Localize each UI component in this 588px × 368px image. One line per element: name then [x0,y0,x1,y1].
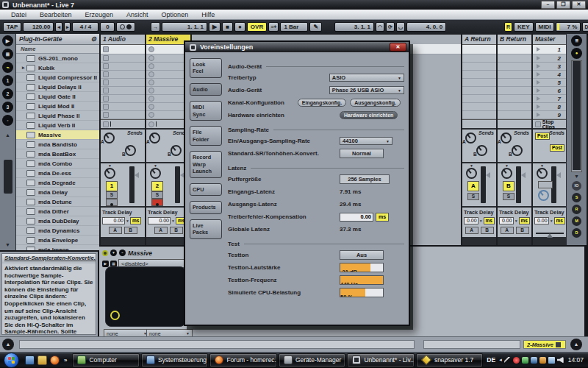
send-b-knob[interactable]: B [476,145,487,156]
overview-icon[interactable]: ≣ [571,35,582,46]
start-button[interactable] [4,353,19,368]
driver-error-comp-unit[interactable]: ms [376,213,389,222]
crossfade-b-button[interactable]: B [170,227,183,234]
delay-value[interactable]: 0.00 [148,217,171,224]
solo-button[interactable]: S [106,191,118,199]
crossfade-b-button[interactable]: B [124,227,137,234]
session-scrollbar[interactable] [571,60,582,172]
dialog-close-button[interactable]: ✕ [390,43,406,52]
loop-length-display[interactable]: 4. 0. 0 [406,22,446,32]
device-play-icon[interactable]: ▶ [102,261,109,267]
browser-item[interactable]: Liquid Verb II [16,121,99,130]
scene-launch-icon[interactable] [537,105,540,109]
menu-item[interactable]: Erzeugen [79,11,121,18]
tab-midi-sync[interactable]: MIDI Sync [190,101,222,121]
groove-amount[interactable]: 0 [100,22,115,32]
browser-item[interactable]: mda Detune [16,197,99,207]
scene-launch-icon[interactable] [537,113,540,117]
dialog-title-bar[interactable]: Voreinstellungen ✕ [185,42,409,52]
volume-fader[interactable] [516,166,521,203]
scene-launch-icon[interactable] [537,72,540,77]
browser-item[interactable]: mda BeatBox [16,149,99,159]
browser-item[interactable]: mda DubDelay [16,216,99,226]
tray-messenger-icon[interactable] [531,357,537,364]
io-show-icon[interactable]: ● [571,48,582,59]
solo-cue-toggle[interactable] [538,181,553,188]
browser-item[interactable]: mda Dynamics [16,226,99,236]
taskbar-button-device-manager[interactable]: Geräte-Manager [279,353,345,367]
scene-launch-icon[interactable] [537,56,540,60]
tab-look-feel[interactable]: Look Feel [190,58,222,78]
track-activator[interactable]: 1 [106,181,118,191]
delay-unit[interactable]: ms [484,217,495,224]
delay-value[interactable]: 0.00 [534,217,549,224]
sr-conversion-button[interactable]: Normal [340,149,384,158]
taskbar-button-computer[interactable]: Computer [72,353,139,367]
firefox-icon[interactable] [50,355,60,365]
scene-row[interactable]: 8 [533,103,567,111]
volume-fader[interactable] [481,166,486,203]
show-detail-toggle[interactable]: ▲ [570,339,582,350]
device-title[interactable]: Massive [128,250,152,257]
clip-slot[interactable] [101,71,145,79]
browser-item[interactable]: mda Dither [16,207,99,216]
maximize-button[interactable]: ❐ [556,1,570,9]
browser-scroll-down-icon[interactable]: ▼ [5,242,10,247]
hardware-setup-button[interactable]: Hardware einrichten [340,111,398,119]
browser-item[interactable]: mda Envelope [16,236,99,245]
tab-record-warp-launch[interactable]: Record Warp Launch [190,151,222,177]
close-button[interactable]: ✕ [572,1,586,9]
return-a-header[interactable]: A Return [462,35,496,45]
send-a-knob[interactable]: A [465,132,476,144]
scene-row[interactable]: 5 [533,79,567,87]
scene-row[interactable]: 1 [533,45,567,54]
buffer-size-control[interactable]: 256 Samples [340,174,390,184]
minimize-button[interactable]: – [541,1,555,9]
send-b-knob[interactable]: B [171,145,182,156]
tab-cpu[interactable]: CPU [190,183,222,196]
clip-slot[interactable] [101,63,145,71]
xy-pad-handle[interactable] [110,311,120,320]
scene-launch-icon[interactable] [537,96,540,101]
tab-products[interactable]: Products [190,201,222,213]
send-a-knob[interactable]: A [149,132,160,144]
tray-expand-icon[interactable]: ◂ [499,357,502,363]
folder-icon[interactable] [37,355,47,365]
automation-arm-button[interactable]: ≡+ [268,22,279,32]
menu-item[interactable]: Ansicht [120,11,155,18]
menu-item[interactable]: Hilfe [195,11,221,18]
test-tone-volume-slider[interactable]: -21 dB [340,263,384,272]
crossfade-a-button[interactable]: A [465,227,478,234]
tray-update-icon[interactable] [522,357,528,364]
tray-security-icon[interactable] [513,357,520,364]
view-toggle[interactable]: D [572,228,581,238]
crossfade-b-button[interactable]: B [481,227,494,234]
tempo-display[interactable]: 120.00 [23,22,54,32]
browser-item[interactable]: mda De-ess [16,169,99,178]
device-xy-pad[interactable] [105,266,186,327]
driver-error-comp-input[interactable]: 0.00 [340,213,373,222]
output-config-button[interactable]: Ausgangskonfig. [350,99,401,107]
clip-slot[interactable] [101,79,145,87]
browser-item[interactable]: mda Image [16,245,99,250]
time-signature[interactable]: 4 / 4 [72,22,98,32]
scene-row[interactable]: 3 [533,63,567,71]
tab-file-folder[interactable]: File Folder [190,126,222,146]
live-devices-browser-icon[interactable]: ▶ [2,35,13,46]
send-b-post-toggle[interactable]: Post [550,144,564,152]
metronome-button[interactable] [116,22,135,32]
language-indicator[interactable]: DE [487,356,495,364]
fader-handle-icon[interactable] [521,172,526,178]
loop-start-display[interactable]: 3. 1. 1 [334,22,374,32]
audio-device-select[interactable]: Phase 26 USB ASIO ▼ [329,86,404,94]
crossfader[interactable] [536,233,564,234]
pan-knob[interactable] [150,168,161,179]
scroll-down-icon[interactable]: ▼ [567,174,587,179]
punch-out-button[interactable]: ◡ [396,22,405,32]
delay-unit[interactable]: ms [554,217,565,224]
pan-knob[interactable] [104,168,115,179]
stop-clips-row[interactable]: Stop Clips [533,119,567,128]
device-edit-icon[interactable]: ⌁ [119,250,126,256]
browser-gear-icon[interactable]: ⚙ [90,35,96,43]
clip-slot[interactable] [101,103,145,111]
